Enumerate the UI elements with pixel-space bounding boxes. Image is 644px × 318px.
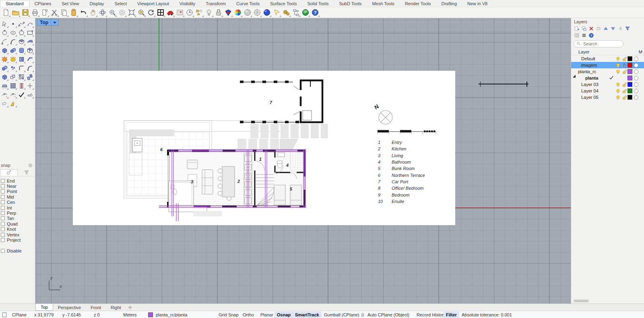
- osnap-end-checkbox[interactable]: End: [1, 178, 35, 183]
- layer-visibility-bulb-icon[interactable]: [615, 56, 621, 62]
- status-toggle-gumball-cplane-[interactable]: Gumball (CPlane): [324, 311, 359, 318]
- menu-tab-surface-tools[interactable]: Surface Tools: [265, 0, 302, 7]
- cone-tool-icon[interactable]: [9, 99, 17, 108]
- layer-table-icon[interactable]: [573, 32, 580, 39]
- grid-array-icon[interactable]: [9, 82, 17, 90]
- undo-icon[interactable]: [78, 8, 88, 17]
- arc-tool-icon[interactable]: [0, 37, 9, 46]
- array-tool-icon[interactable]: [26, 73, 34, 81]
- current-layer-button[interactable]: planta_rc/planta: [156, 311, 187, 318]
- osnap-knot-checkbox[interactable]: Knot: [1, 227, 35, 232]
- menu-tab-new-in-v8[interactable]: New in V8: [462, 0, 493, 7]
- edit-points-icon[interactable]: [0, 90, 9, 99]
- layer-material-icon[interactable]: [634, 82, 638, 87]
- menu-tab-transform[interactable]: Transform: [200, 0, 231, 7]
- cylinder-tool-icon[interactable]: [17, 46, 26, 55]
- layer-row-default[interactable]: Default: [571, 55, 644, 62]
- layer-row-imagem[interactable]: imagem: [571, 62, 644, 68]
- checkbox-icon[interactable]: [1, 233, 5, 237]
- viewport-tab-front[interactable]: Front: [86, 304, 106, 311]
- transform-tool-icon[interactable]: [0, 73, 9, 81]
- split-tool-icon[interactable]: [17, 55, 26, 64]
- status-toggle-record-history[interactable]: Record History: [417, 311, 446, 318]
- layer-material-icon[interactable]: [634, 89, 638, 93]
- checkbox-icon[interactable]: [1, 238, 5, 242]
- menu-tab-display[interactable]: Display: [84, 0, 109, 7]
- search-input[interactable]: [582, 41, 619, 47]
- new-sublayer-icon[interactable]: [580, 25, 588, 32]
- options-icon[interactable]: [281, 8, 291, 17]
- layer-row-planta_rc[interactable]: planta_rc: [571, 68, 644, 75]
- layer-lock-icon[interactable]: [621, 56, 627, 62]
- export-icon[interactable]: [40, 8, 50, 17]
- ghosted-mode-icon[interactable]: [252, 8, 262, 17]
- explode-tool-icon[interactable]: [0, 55, 9, 64]
- lights-icon[interactable]: [204, 8, 214, 17]
- array-surface-icon[interactable]: [0, 82, 9, 90]
- layer-color-swatch[interactable]: [627, 69, 632, 74]
- layer-color-swatch[interactable]: [627, 76, 632, 80]
- layer-color-swatch[interactable]: [627, 63, 632, 68]
- layer-row-layer-04[interactable]: Layer 04: [571, 88, 644, 94]
- zoom-icon[interactable]: [107, 8, 117, 17]
- collapse-icon[interactable]: [617, 25, 624, 32]
- move-layer-up-icon[interactable]: [602, 25, 609, 32]
- checkbox-icon[interactable]: [1, 195, 5, 199]
- eraser-tool-icon[interactable]: [0, 99, 9, 108]
- checkbox-icon[interactable]: [1, 206, 5, 210]
- checkbox-icon[interactable]: [1, 189, 5, 193]
- status-toggle-auto-cplane-object-[interactable]: Auto CPlane (Object): [367, 311, 409, 318]
- menu-tab-viewport-layout[interactable]: Viewport Layout: [132, 0, 174, 7]
- paste-icon[interactable]: [69, 8, 78, 17]
- layer-row-layer-03[interactable]: Layer 03: [571, 81, 644, 88]
- render-preview-icon[interactable]: [233, 8, 243, 17]
- select-tool-icon[interactable]: [0, 20, 9, 28]
- sphere-tool-icon[interactable]: [9, 46, 17, 55]
- named-views-icon[interactable]: [165, 8, 175, 17]
- floorplan-image[interactable]: 7614325 N 1Entry2Kitchen3Living4Bathroom…: [73, 71, 455, 225]
- curved-surface-icon[interactable]: [26, 37, 34, 46]
- zoom-extents-icon[interactable]: [127, 8, 136, 17]
- layer-search-box[interactable]: [574, 40, 623, 47]
- osnap-quad-checkbox[interactable]: Quad: [1, 221, 35, 226]
- offset-tool-icon[interactable]: [17, 82, 26, 90]
- osnap-project-checkbox[interactable]: Project: [1, 237, 35, 242]
- checkbox-icon[interactable]: [1, 179, 5, 183]
- viewport-tab-perspective[interactable]: Perspective: [53, 304, 86, 311]
- duplicate-layer-icon[interactable]: [595, 25, 602, 32]
- status-toggle-osnap[interactable]: Osnap: [275, 312, 293, 318]
- viewport-title-label[interactable]: Top: [37, 20, 51, 25]
- rectangle-tool-icon[interactable]: [26, 29, 34, 37]
- status-toggle-ortho[interactable]: Ortho: [243, 311, 254, 318]
- viewport-tab-right[interactable]: Right: [106, 304, 126, 311]
- checkbox-icon[interactable]: [1, 222, 5, 226]
- curve-edit-icon[interactable]: [9, 90, 17, 99]
- curve-handles-icon[interactable]: [26, 20, 34, 28]
- layer-material-icon[interactable]: [634, 63, 638, 68]
- layer-visibility-bulb-icon[interactable]: [615, 69, 621, 74]
- package-manager-icon[interactable]: [301, 8, 310, 17]
- layer-material-icon[interactable]: [634, 76, 638, 80]
- new-layer-icon[interactable]: [573, 25, 580, 32]
- menu-tab-set-view[interactable]: Set View: [56, 0, 84, 7]
- circle-tool-icon[interactable]: [0, 29, 9, 37]
- osnap-filter-tab[interactable]: [18, 169, 35, 176]
- layer-color-swatch[interactable]: [627, 95, 632, 100]
- new-document-icon[interactable]: [1, 8, 11, 17]
- layer-lock-icon[interactable]: [621, 88, 627, 94]
- surface-patch-icon[interactable]: [17, 37, 26, 46]
- chevron-down-icon[interactable]: [53, 22, 56, 25]
- zoom-selected-icon[interactable]: [136, 8, 146, 17]
- delete-layer-icon[interactable]: [588, 25, 595, 32]
- rotate-view-icon[interactable]: [98, 8, 107, 17]
- polygon-tool-icon[interactable]: [17, 29, 26, 37]
- horizontal-scrollbar[interactable]: [574, 300, 589, 302]
- layer-lock-icon[interactable]: [621, 63, 627, 68]
- osnap-near-checkbox[interactable]: Near: [1, 183, 35, 189]
- shaded-mode-icon[interactable]: [243, 8, 252, 17]
- viewport-title[interactable]: Top: [37, 19, 59, 26]
- layer-lock-icon[interactable]: [621, 82, 627, 87]
- point-tool-icon[interactable]: [9, 20, 17, 28]
- layer-color-swatch[interactable]: [627, 56, 632, 61]
- fillet-tool-icon[interactable]: [17, 64, 26, 72]
